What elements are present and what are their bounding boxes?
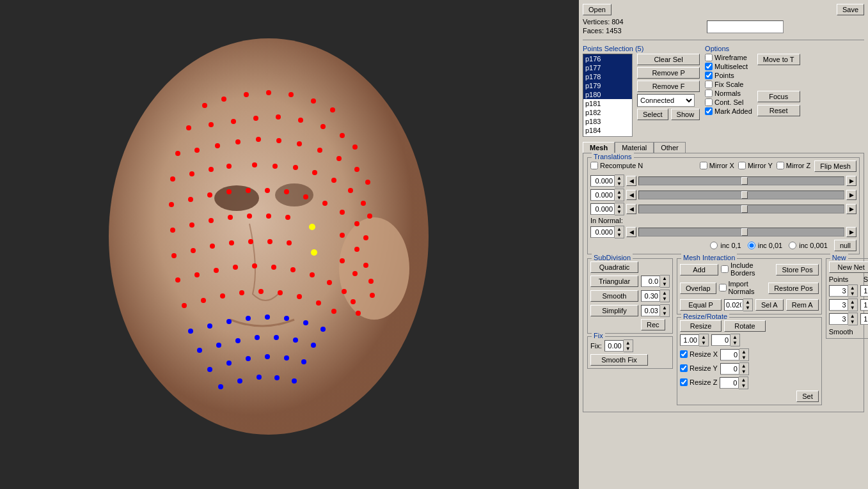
flip-mesh-button[interactable]: Flip Mesh: [814, 160, 856, 172]
rotate-val-up[interactable]: ▲: [730, 334, 739, 340]
smooth-down[interactable]: ▼: [660, 296, 669, 302]
save-button[interactable]: Save: [837, 4, 864, 15]
resize-z-input[interactable]: [720, 377, 739, 389]
slider2-track[interactable]: [638, 190, 844, 199]
reset-button[interactable]: Reset: [757, 105, 800, 116]
remove-p-button[interactable]: Remove P: [637, 67, 700, 79]
simplify-down[interactable]: ▼: [660, 311, 669, 316]
inc-001-radio[interactable]: [748, 242, 755, 249]
resize-y-up[interactable]: ▲: [739, 363, 748, 369]
points1-down[interactable]: ▼: [848, 291, 857, 297]
list-item[interactable]: p180: [583, 90, 632, 99]
rotate-val-down[interactable]: ▼: [730, 340, 739, 346]
size1-input[interactable]: [860, 285, 868, 297]
resize-x-checkbox[interactable]: [680, 350, 688, 358]
list-item[interactable]: p185: [583, 135, 632, 137]
tab-mesh[interactable]: Mesh: [583, 142, 615, 153]
quadratic-button[interactable]: Quadratic: [590, 261, 638, 273]
tab-other[interactable]: Other: [654, 142, 686, 153]
list-item[interactable]: p182: [583, 108, 632, 117]
resize-val-down[interactable]: ▼: [699, 340, 708, 346]
tri-input[interactable]: [641, 276, 660, 287]
points3-down[interactable]: ▼: [848, 319, 857, 325]
resize-x-down[interactable]: ▼: [739, 355, 748, 361]
wireframe-checkbox[interactable]: [705, 54, 713, 61]
import-normals-checkbox[interactable]: [719, 284, 727, 291]
val1-input[interactable]: [590, 175, 615, 187]
list-item[interactable]: p177: [583, 63, 632, 72]
resize-y-input[interactable]: [720, 363, 739, 375]
fix-scale-checkbox[interactable]: [705, 81, 713, 88]
slider2-right-btn[interactable]: ▶: [846, 190, 856, 200]
multiselect-checkbox[interactable]: [705, 63, 713, 70]
add-button[interactable]: Add: [680, 264, 718, 276]
slider2-left-btn[interactable]: ◀: [626, 190, 636, 200]
points1-input[interactable]: [829, 285, 848, 297]
fix-input[interactable]: [604, 340, 624, 352]
points2-down[interactable]: ▼: [848, 305, 857, 311]
val1-up[interactable]: ▲: [615, 175, 624, 181]
resize-z-up[interactable]: ▲: [739, 377, 748, 383]
list-item[interactable]: p178: [583, 72, 632, 81]
points3-up[interactable]: ▲: [848, 313, 857, 319]
resize-button[interactable]: Resize: [680, 320, 722, 332]
smooth-input[interactable]: [641, 290, 660, 302]
inc-0001-radio[interactable]: [789, 242, 796, 249]
resize-val-up[interactable]: ▲: [699, 334, 708, 340]
resize-x-input[interactable]: [720, 349, 739, 361]
inc-01-radio[interactable]: [710, 242, 718, 249]
resize-y-down[interactable]: ▼: [739, 369, 748, 375]
mark-added-checkbox[interactable]: [705, 107, 713, 115]
sel-a-button[interactable]: Sel A: [755, 299, 784, 311]
select-button[interactable]: Select: [637, 109, 668, 120]
tri-up[interactable]: ▲: [660, 276, 669, 281]
equal-p-button[interactable]: Equal P: [680, 299, 722, 311]
cont-sel-checkbox[interactable]: [705, 98, 713, 106]
slider1-track[interactable]: [638, 176, 844, 185]
slider3-track[interactable]: [638, 205, 844, 213]
resize-z-down[interactable]: ▼: [739, 383, 748, 389]
val3-up[interactable]: ▲: [615, 203, 624, 209]
mirror-x-checkbox[interactable]: [700, 162, 707, 169]
simplify-button[interactable]: Simplify: [590, 305, 638, 316]
include-borders-checkbox[interactable]: [721, 265, 729, 273]
list-item[interactable]: p183: [583, 117, 632, 126]
simplify-input[interactable]: [641, 305, 660, 316]
connected-dropdown[interactable]: Connected: [637, 94, 695, 107]
recompute-n-checkbox[interactable]: [590, 162, 598, 169]
rotate-val-input[interactable]: [711, 334, 730, 346]
slider4-left-btn[interactable]: ◀: [626, 227, 636, 237]
equal-p-up[interactable]: ▲: [743, 299, 752, 305]
focus-button[interactable]: Focus: [757, 91, 800, 102]
slider4-track[interactable]: [638, 228, 844, 237]
equal-p-down[interactable]: ▼: [743, 305, 752, 311]
size2-input[interactable]: [860, 299, 868, 311]
resize-val-input[interactable]: [680, 334, 699, 346]
open-button[interactable]: Open: [583, 4, 612, 15]
list-item[interactable]: p179: [583, 81, 632, 90]
tab-material[interactable]: Material: [615, 142, 654, 153]
size3-input[interactable]: [860, 313, 868, 325]
normals-checkbox[interactable]: [705, 89, 713, 97]
slider4-right-btn[interactable]: ▶: [846, 227, 856, 237]
list-item[interactable]: p181: [583, 99, 632, 108]
smooth-button[interactable]: Smooth: [590, 290, 638, 302]
points2-up[interactable]: ▲: [848, 299, 857, 305]
new-net-button[interactable]: New Net: [829, 261, 868, 273]
restore-pos-button[interactable]: Restore Pos: [768, 283, 819, 294]
viewport-3d[interactable]: [0, 0, 579, 489]
val4-input[interactable]: [590, 226, 615, 238]
points-listbox[interactable]: p176 p177 p178 p179 p180 p181 p182 p183 …: [583, 54, 633, 137]
equal-p-input[interactable]: [724, 299, 743, 311]
val3-down[interactable]: ▼: [615, 209, 624, 215]
tri-down[interactable]: ▼: [660, 281, 669, 287]
null-button[interactable]: null: [834, 240, 856, 251]
fix-up[interactable]: ▲: [624, 340, 633, 346]
resize-y-checkbox[interactable]: [680, 364, 688, 372]
store-pos-button[interactable]: Store Pos: [776, 264, 818, 276]
val1-down[interactable]: ▼: [615, 181, 624, 187]
clear-sel-button[interactable]: Clear Sel: [637, 54, 700, 65]
val2-up[interactable]: ▲: [615, 189, 624, 195]
val2-down[interactable]: ▼: [615, 195, 624, 201]
set-button[interactable]: Set: [796, 391, 819, 402]
